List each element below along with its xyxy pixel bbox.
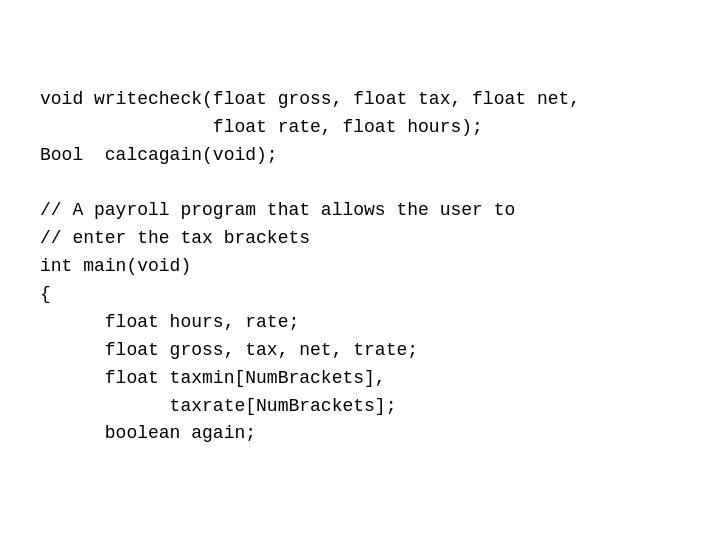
code-line: taxrate[NumBrackets]; xyxy=(40,393,580,421)
code-content: void writecheck(float gross, float tax, … xyxy=(40,86,580,449)
code-line: { xyxy=(40,281,580,309)
code-line: // enter the tax brackets xyxy=(40,225,580,253)
code-line: // A payroll program that allows the use… xyxy=(40,197,580,225)
code-line: boolean again; xyxy=(40,420,580,448)
code-line: Bool calcagain(void); xyxy=(40,142,580,170)
code-block: void writecheck(float gross, float tax, … xyxy=(0,0,620,506)
code-line xyxy=(40,169,580,197)
code-line: float hours, rate; xyxy=(40,309,580,337)
code-line: void writecheck(float gross, float tax, … xyxy=(40,86,580,114)
code-line: float taxmin[NumBrackets], xyxy=(40,365,580,393)
code-line: float gross, tax, net, trate; xyxy=(40,337,580,365)
code-line: int main(void) xyxy=(40,253,580,281)
code-line: float rate, float hours); xyxy=(40,114,580,142)
